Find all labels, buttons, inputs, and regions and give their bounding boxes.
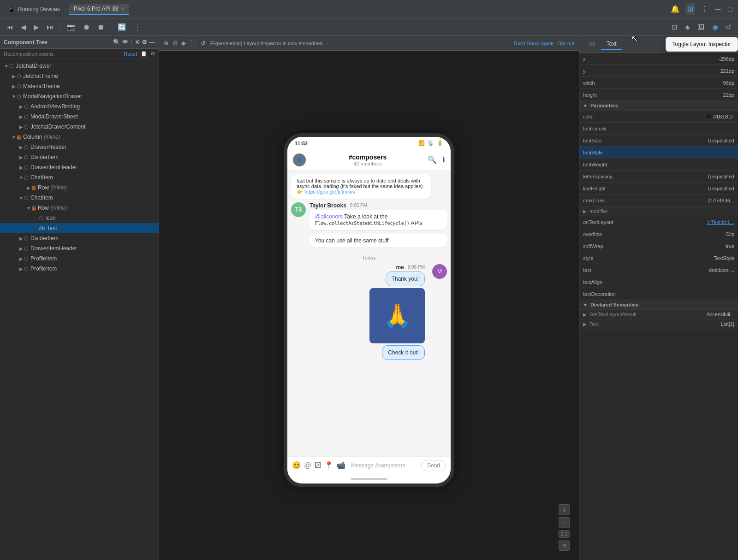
running-devices-tab[interactable]: 📱 Running Devices <box>4 4 64 15</box>
zoom-out-button[interactable]: − <box>559 517 570 528</box>
text-declared-section[interactable]: ▶ Text List[1] <box>579 319 738 329</box>
title-bar: 📱 Running Devices Pixel 6 Pro API 33 ✕ 🔔… <box>0 0 738 18</box>
expand-toggle[interactable]: ▶ <box>18 155 24 160</box>
tree-item-drawer-header[interactable]: ▶ ⬡ DrawerHeader <box>0 142 159 152</box>
title-bar-left: 📱 Running Devices Pixel 6 Pro API 33 ✕ <box>4 4 665 15</box>
toolbar-screenshot[interactable]: 🖼 <box>695 21 708 33</box>
tree-item-row1[interactable]: ▶ ▦ Row (inline) <box>0 183 159 193</box>
zoom-in-button[interactable]: + <box>559 504 570 515</box>
expand-toggle[interactable]: ▼ <box>18 175 24 180</box>
fit-button[interactable]: ⊡ <box>559 540 570 551</box>
tree-item-material-theme[interactable]: ▶ ⬡ MaterialTheme <box>0 81 159 91</box>
mention-icon[interactable]: @ <box>304 461 311 470</box>
expand-toggle[interactable]: ▶ <box>18 246 24 251</box>
expand-toggle[interactable]: ▶ <box>11 84 17 89</box>
toolbar-3d-view[interactable]: ◈ <box>682 21 693 33</box>
expand-toggle[interactable]: ▶ <box>18 256 24 261</box>
expand-toggle[interactable]: ▶ <box>11 74 17 79</box>
expand-toggle[interactable]: ▶ <box>18 145 24 150</box>
toolbar-camera[interactable]: 📷 <box>64 21 78 33</box>
tree-item-text[interactable]: ▶ Ab Text <box>0 223 159 233</box>
tree-item-modal-nav-drawer[interactable]: ▼ ⬡ ModalNavigationDrawer <box>0 91 159 101</box>
bubble-text: @aliconors Take a look at the Flow.colle… <box>309 210 447 230</box>
toolbar-highlight[interactable]: ◉ <box>709 21 721 33</box>
minimize-icon[interactable]: ─ <box>714 3 722 15</box>
tree-item-row2[interactable]: ▼ ▦ Row (inline) <box>0 203 159 213</box>
tree-item-drawer-item-header1[interactable]: ▶ ⬡ DrawerItemHeader <box>0 162 159 172</box>
modifier-section[interactable]: ▶ modifier <box>579 206 738 216</box>
tree-item-drawer-item-header2[interactable]: ▶ ⬡ DrawerItemHeader <box>0 243 159 253</box>
toolbar-stop[interactable]: ⏹ <box>95 21 107 33</box>
toolbar-sep1 <box>60 23 60 32</box>
tree-item-icon[interactable]: ▶ ⬡ Icon <box>0 213 159 223</box>
toolbar-forward-all[interactable]: ⏭ <box>44 21 56 33</box>
device-tab-close[interactable]: ✕ <box>121 6 125 11</box>
notification-icon[interactable]: 🔔 <box>669 3 682 15</box>
emoji-icon[interactable]: 😊 <box>292 461 301 470</box>
toolbar-record[interactable]: ⏺ <box>80 21 93 33</box>
attr-font-style[interactable]: fontStyle <box>579 147 738 159</box>
close-icon[interactable]: ✕ <box>135 39 140 46</box>
tree-item-divider2[interactable]: ▶ ⬡ DividerItem <box>0 233 159 243</box>
reset-button[interactable]: Reset <box>124 51 137 57</box>
expand-toggle[interactable]: ▼ <box>11 135 17 140</box>
copy-icon[interactable]: 📋 <box>141 51 147 57</box>
more-options-icon[interactable]: ⋮ <box>699 3 710 15</box>
expand-toggle[interactable]: ▶ <box>18 124 24 130</box>
tab-ab[interactable]: Ab <box>583 39 601 50</box>
tree-item-jetchat-theme[interactable]: ▶ ⬡ JetchatTheme <box>0 71 159 81</box>
up-arrow-icon[interactable]: ↑ <box>130 39 133 46</box>
stop-icon[interactable]: ⊘ <box>151 51 155 57</box>
expand-toggle[interactable]: ▼ <box>26 206 31 211</box>
tree-item-chat-item2[interactable]: ▼ ⬡ ChatItem <box>0 193 159 203</box>
recomposition-label: Recomposition counts <box>4 51 54 57</box>
toolbar-layout-view[interactable]: ⊡ <box>669 21 680 33</box>
message-input[interactable]: Message #composers <box>348 460 418 472</box>
expand-toggle[interactable]: ▼ <box>11 94 17 99</box>
declared-semantics-section[interactable]: ▼ Declared Semantics <box>579 300 738 310</box>
expand-toggle[interactable]: ▶ <box>18 165 24 170</box>
parameters-section[interactable]: ▼ Parameters <box>579 101 738 111</box>
tree-item-jetchat-drawer-content[interactable]: ▶ ⬡ JetchatDrawerContent <box>0 122 159 132</box>
expand-toggle[interactable]: ▶ <box>26 185 31 190</box>
toolbar-back[interactable]: ◀ <box>18 21 29 33</box>
search-icon[interactable]: 🔍 <box>428 155 437 164</box>
settings-icon[interactable]: ⚙ <box>142 39 147 46</box>
dont-show-again-button[interactable]: Don't Show Again <box>514 41 554 46</box>
tree-item-profile-item1[interactable]: ▶ ⬡ ProfileItem <box>0 253 159 264</box>
toolbar-rotate[interactable]: 🔄 <box>115 21 129 33</box>
search-icon[interactable]: 🔍 <box>113 39 120 46</box>
signal-icon: 📶 <box>418 140 425 146</box>
toolbar-back-all[interactable]: ⏮ <box>4 21 16 33</box>
tree-item-modal-drawer-sheet[interactable]: ▶ ⬡ ModalDrawerSheet <box>0 112 159 122</box>
tree-item-android-view-binding[interactable]: ▶ ⬡ AndroidViewBinding <box>0 101 159 112</box>
layout-inspector-icon[interactable]: ⊞ <box>685 3 695 15</box>
tree-item-profile-item2[interactable]: ▶ ⬡ ProfileItem <box>0 264 159 274</box>
maximize-icon[interactable]: □ <box>726 3 734 15</box>
image-icon[interactable]: 🖼 <box>314 461 321 470</box>
expand-toggle[interactable]: ▼ <box>4 64 9 69</box>
expand-toggle[interactable]: ▶ <box>18 236 24 241</box>
expand-toggle[interactable]: ▶ <box>18 104 24 109</box>
info-icon[interactable]: ℹ <box>442 155 445 164</box>
location-icon[interactable]: 📍 <box>324 461 333 470</box>
tree-item-divider1[interactable]: ▶ ⬡ DividerItem <box>0 152 159 162</box>
collapse-icon[interactable]: — <box>149 39 155 46</box>
eye-icon[interactable]: 👁 <box>122 39 128 46</box>
send-button[interactable]: Send <box>421 460 446 471</box>
tree-item-jetchat-drawer[interactable]: ▼ ⬡ JetchatDrawer <box>0 61 159 71</box>
toolbar-more[interactable]: ⋮ <box>131 21 143 33</box>
tree-item-chat-item1[interactable]: ▼ ⬡ ChatItem <box>0 172 159 183</box>
tab-text[interactable]: Text <box>601 39 622 50</box>
tree-item-column[interactable]: ▼ ▦ Column (inline) <box>0 132 159 142</box>
device-tab[interactable]: Pixel 6 Pro API 33 ✕ <box>69 4 130 15</box>
video-icon[interactable]: 📹 <box>336 461 345 470</box>
opt-out-button[interactable]: Opt-out <box>557 41 574 46</box>
attr-value-on-text-layout[interactable]: λ Text.kt:1... <box>707 219 734 225</box>
toolbar-refresh[interactable]: ↺ <box>723 21 734 33</box>
expand-toggle[interactable]: ▼ <box>18 195 24 200</box>
toolbar-forward[interactable]: ▶ <box>31 21 42 33</box>
expand-toggle[interactable]: ▶ <box>18 266 24 271</box>
get-text-layout-section[interactable]: ▶ GetTextLayoutResult Accessibili... <box>579 310 738 319</box>
expand-toggle[interactable]: ▶ <box>18 114 24 119</box>
